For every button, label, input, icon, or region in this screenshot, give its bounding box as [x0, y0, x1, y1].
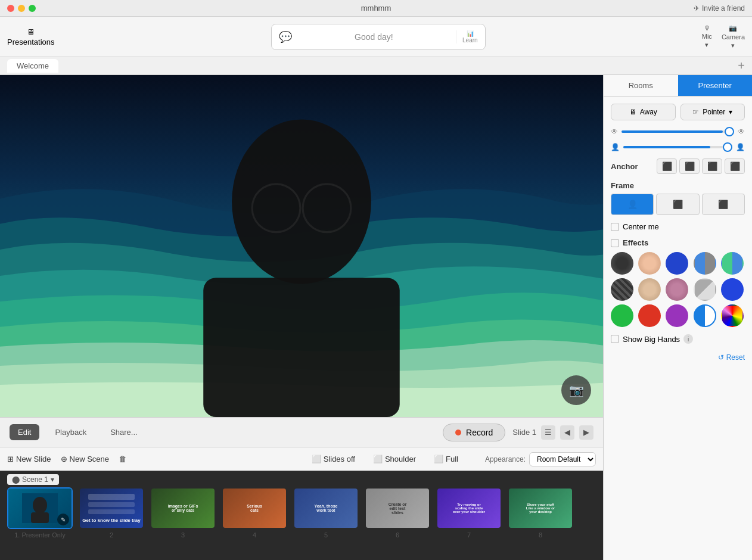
slide-item[interactable]: Yeah, thosework too! 5 [293, 487, 359, 539]
slide-label: 7 [467, 531, 471, 539]
slide-item[interactable]: Seriouscats 4 [222, 487, 287, 539]
slide-item[interactable]: Images or GIFsof silly cats 3 [150, 487, 216, 539]
effect-green-button[interactable] [611, 304, 633, 327]
presenter-tab[interactable]: Presenter [678, 75, 753, 96]
full-button[interactable]: ⬜ Full [426, 452, 466, 466]
slide-thumbnail[interactable]: Try moving orscaling the slideover your … [436, 487, 502, 529]
center-me-checkbox[interactable] [611, 223, 619, 231]
reset-button[interactable]: ↺ Reset [718, 353, 745, 362]
maximize-button[interactable] [29, 5, 36, 12]
top-toolbar: 🖥 Presentations 💬 Good day! 📊 Learn 🎙 Mi… [0, 17, 752, 57]
share-tab[interactable]: Share... [102, 424, 146, 440]
camera-position-button[interactable]: 📷 [561, 375, 591, 405]
slide-item[interactable]: ✎ 1. Presenter Only [7, 487, 73, 539]
opacity-thumb[interactable] [725, 127, 734, 136]
slide-thumb-bg: Share your stuffLike a window oryour des… [509, 489, 572, 528]
effect-green-split-button[interactable] [721, 252, 744, 275]
anchor-topright-button[interactable]: ⬛ [679, 158, 700, 174]
delete-button[interactable]: 🗑 [119, 455, 126, 463]
address-bar[interactable]: 💬 Good day! 📊 Learn [271, 24, 486, 50]
big-hands-checkbox[interactable] [611, 335, 619, 343]
slide-thumb-bg: Seriouscats [223, 489, 286, 528]
size-slider[interactable] [623, 146, 732, 148]
size-slider-row: 👤 👤 [611, 143, 745, 151]
effect-dark-button[interactable] [611, 252, 633, 275]
effect-rainbow-button[interactable] [721, 304, 744, 327]
titlebar: mmhmm ✈ Invite a friend [0, 0, 752, 17]
slide-thumbnail[interactable]: Share your stuffLike a window oryour des… [508, 487, 573, 529]
opacity-slider[interactable] [622, 130, 734, 133]
slide-thumb-bg: Yeah, thosework too! [294, 489, 358, 528]
mic-control[interactable]: 🎙 Mic ▾ [702, 24, 712, 49]
record-dot-icon [455, 430, 461, 435]
svg-rect-2 [203, 278, 400, 417]
effect-pink-button[interactable] [666, 278, 688, 301]
presentations-button[interactable]: 🖥 Presentations [7, 27, 55, 46]
effect-toggle-button[interactable] [694, 304, 716, 327]
minimize-button[interactable] [18, 5, 25, 12]
slides-off-icon: ⬜ [312, 455, 321, 463]
next-slide-button[interactable]: ▶ [579, 425, 593, 440]
effect-skin-button[interactable] [638, 252, 661, 275]
invite-friend-button[interactable]: ✈ Invite a friend [694, 4, 745, 13]
slide-thumbnail[interactable]: Create oredit textslides [365, 487, 430, 529]
close-button[interactable] [7, 5, 14, 12]
effect-halftone-button[interactable] [666, 252, 688, 275]
edit-tab[interactable]: Edit [10, 424, 39, 440]
effect-red-button[interactable] [638, 304, 661, 327]
size-small-icon: 👤 [611, 143, 620, 151]
mic-dropdown-icon[interactable]: ▾ [705, 41, 709, 49]
effect-warm-button[interactable] [638, 278, 661, 301]
away-button[interactable]: 🖥 Away [611, 104, 676, 120]
slide-menu-button[interactable]: ☰ [541, 425, 555, 440]
camera-dropdown-icon[interactable]: ▾ [731, 42, 735, 49]
effect-grey-button[interactable] [694, 278, 716, 301]
frame-full-button[interactable]: ⬛ [656, 194, 699, 215]
pointer-button[interactable]: ☞ Pointer ▾ [680, 104, 745, 120]
scene-dot-icon: ⬤ [12, 475, 20, 484]
new-slide-button[interactable]: ⊞ New Slide [7, 455, 51, 463]
effects-checkbox[interactable] [611, 239, 619, 247]
opacity-fill [622, 130, 723, 133]
wave-background [0, 75, 603, 417]
anchor-bottomright-button[interactable]: ⬛ [725, 158, 745, 174]
big-hands-info-icon[interactable]: i [683, 334, 693, 344]
slide-thumbnail[interactable]: Get to know the slide tray [79, 487, 144, 529]
anchor-bottomleft-button[interactable]: ⬛ [702, 158, 722, 174]
record-button[interactable]: Record [443, 424, 505, 441]
panel-tabs: Rooms Presenter [604, 75, 752, 97]
effect-split-button[interactable] [694, 252, 716, 275]
shoulder-button[interactable]: ⬜ Shoulder [365, 452, 424, 466]
slide-item[interactable]: Get to know the slide tray 2 [79, 487, 144, 539]
prev-slide-button[interactable]: ◀ [560, 425, 574, 440]
trash-icon: 🗑 [119, 455, 126, 463]
size-thumb[interactable] [723, 142, 732, 152]
anchor-topleft-button[interactable]: ⬛ [657, 158, 677, 174]
slide-thumbnail[interactable]: Seriouscats [222, 487, 287, 529]
appearance-select[interactable]: Room Default [529, 452, 596, 466]
effect-purple-button[interactable] [666, 304, 688, 327]
new-scene-button[interactable]: ⊕ New Scene [61, 455, 109, 463]
add-tab-button[interactable]: + [738, 59, 745, 73]
scene-badge[interactable]: ⬤ Scene 1 ▾ [7, 474, 59, 485]
learn-button[interactable]: 📊 Learn [456, 30, 478, 43]
playback-tab[interactable]: Playback [46, 424, 95, 440]
reset-row: ↺ Reset [611, 353, 745, 362]
frame-person-button[interactable]: 👤 [611, 194, 654, 215]
slide-thumbnail[interactable]: ✎ [7, 487, 73, 529]
rooms-tab[interactable]: Rooms [604, 75, 678, 96]
tab-bar: Welcome + [0, 57, 752, 75]
new-scene-icon: ⊕ [61, 455, 67, 463]
slide-thumbnail[interactable]: Yeah, thosework too! [293, 487, 359, 529]
frame-custom-button[interactable]: ⬛ [702, 194, 745, 215]
slide-item[interactable]: Try moving orscaling the slideover your … [436, 487, 502, 539]
tab-welcome[interactable]: Welcome [7, 59, 58, 73]
effect-stripe-button[interactable] [611, 278, 633, 301]
effect-blue-button[interactable] [721, 278, 744, 301]
slide-item[interactable]: Share your stuffLike a window oryour des… [508, 487, 573, 539]
camera-control[interactable]: 📷 Camera ▾ [722, 24, 745, 49]
slide-item[interactable]: Create oredit textslides 6 [365, 487, 430, 539]
titlebar-right: ✈ Invite a friend [694, 4, 745, 13]
slide-thumbnail[interactable]: Images or GIFsof silly cats [150, 487, 216, 529]
slides-off-button[interactable]: ⬜ Slides off [304, 452, 363, 466]
